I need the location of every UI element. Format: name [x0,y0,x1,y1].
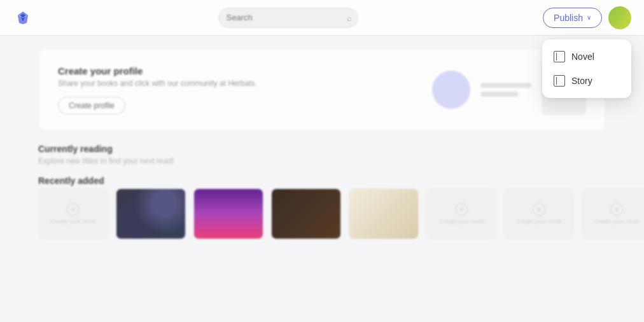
book-card-1-inner [116,189,185,239]
book-card-placeholder-content-2: + Create your novel [438,203,484,225]
header-right: Publish ∨ Novel Story [543,6,631,29]
dropdown-story-label: Story [571,76,592,86]
create-profile-button[interactable]: Create profile [58,97,125,115]
publish-label: Publish [554,13,583,23]
book-card-placeholder-4[interactable]: + Create your novel [582,188,644,239]
publish-dropdown: Novel Story [542,39,631,98]
dropdown-item-story[interactable]: Story [542,69,631,93]
book-card-placeholder-1[interactable]: + Create your novel [38,188,108,239]
plus-icon-3: + [533,203,545,216]
book-card-2-inner [194,189,263,239]
placeholder-label-3: Create your novel [516,218,561,225]
profile-card-title: Create your profile [58,66,257,76]
dropdown-item-novel[interactable]: Novel [542,45,631,69]
book-card-placeholder-3[interactable]: + Create your novel [504,188,574,239]
book-card-3-inner [272,189,340,239]
book-grid: + Create your novel + Create your novel [38,188,606,239]
plus-icon-2: + [455,203,468,216]
book-card-1[interactable] [116,188,186,239]
profile-card-left: Create your profile Share your books and… [58,66,257,115]
stat-bar-1 [480,83,531,88]
currently-reading-title: Currently reading [38,144,606,154]
plus-icon: + [67,203,80,216]
profile-card-subtitle: Share your books and click with our comm… [58,79,257,88]
book-card-placeholder-content: + Create your novel [50,203,95,225]
book-card-2[interactable] [193,188,263,239]
story-book-icon [554,75,565,87]
currently-reading-section: Currently reading Explore new titles to … [38,144,606,165]
chevron-down-icon: ∨ [587,14,591,21]
placeholder-label-4: Create your novel [594,218,639,225]
book-card-placeholder-content-3: + Create your novel [516,203,561,225]
header: ⌕ Publish ∨ Novel Story [0,0,644,36]
recently-added-title: Recently added [38,176,606,186]
currently-reading-subtitle: Explore new titles to find your next rea… [38,157,606,165]
search-icon: ⌕ [347,13,352,22]
publish-button[interactable]: Publish ∨ [543,8,602,28]
profile-stats [480,83,531,97]
search-input[interactable] [218,8,358,28]
book-card-placeholder-2[interactable]: + Create your novel [426,188,496,239]
book-card-4[interactable] [349,188,419,239]
placeholder-label-2: Create your novel [438,218,484,225]
profile-card: Create your profile Share your books and… [38,48,606,131]
plus-icon-4: + [610,203,623,216]
avatar[interactable] [608,6,631,29]
stat-bar-2 [480,92,519,97]
book-card-placeholder-content-4: + Create your novel [594,203,639,225]
recently-added-section: Recently added + Create your novel [38,176,606,239]
profile-avatar [432,71,470,109]
novel-book-icon [554,51,565,62]
search-bar: ⌕ [218,8,358,28]
book-card-4-inner [349,189,418,239]
logo[interactable] [13,8,33,28]
dropdown-novel-label: Novel [571,52,594,62]
book-card-3[interactable] [271,188,341,239]
placeholder-label-1: Create your novel [50,218,95,225]
